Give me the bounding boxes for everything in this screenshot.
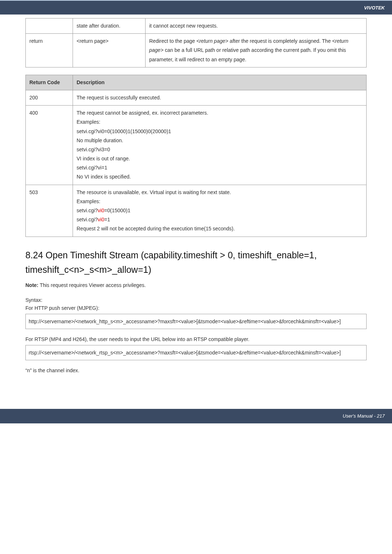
cell-code-200: 200: [26, 90, 73, 105]
desc-line: setvi.cgi?vi0=0(10000)1(15000)0(20000)1: [77, 127, 363, 136]
http-code-box: http://<servername>/<network_http_s<m>_a…: [25, 314, 367, 329]
cell-return-label: return: [26, 34, 73, 67]
channel-note: “n” is the channel index.: [25, 368, 367, 373]
text-span: setvi.cgi?: [77, 208, 98, 213]
cell-code-400: 400: [26, 106, 73, 185]
parameters-table: state after duration. it cannot accept n…: [25, 18, 367, 67]
desc-line: No multiple duration.: [77, 136, 363, 145]
return-code-table: Return Code Description 200 The request …: [25, 75, 367, 237]
desc-line: setvi.cgi?vi0=0(15000)1: [77, 206, 363, 215]
cell-desc-200: The request is successfully executed.: [73, 90, 367, 105]
text-span: setvi.cgi?: [77, 217, 98, 222]
desc-line: Request 2 will not be accepted during th…: [77, 224, 363, 233]
col-header-desc: Description: [73, 75, 367, 90]
table-header-row: Return Code Description: [26, 75, 367, 90]
note-text: This request requires Viewer access priv…: [38, 282, 146, 288]
text-span: Redirect to the page: [149, 38, 196, 44]
desc-line: Examples:: [77, 118, 363, 127]
desc-line: setvi.cgi?vi=1: [77, 163, 363, 172]
cell-code-503: 503: [26, 185, 73, 237]
text-span: after the request is completely assigned…: [228, 38, 332, 44]
italic-span: <return page>: [196, 38, 228, 44]
brand-label: VIVOTEK: [364, 5, 385, 11]
cell-desc-503: The resource is unavailable, ex. Virtual…: [73, 185, 367, 237]
note-paragraph: Note: This request requires Viewer acces…: [25, 282, 367, 288]
table-row: return <return page> Redirect to the pag…: [26, 34, 367, 67]
desc-line: The request cannot be assigned, ex. inco…: [77, 108, 363, 118]
cell-return-desc: Redirect to the page <return page> after…: [146, 34, 367, 67]
text-span: can be a full URL path or relative path …: [149, 47, 346, 62]
text-span: =0(15000)1: [104, 208, 130, 213]
red-span: vi0: [98, 217, 104, 222]
cell-cannot-accept: it cannot accept new requests.: [146, 19, 367, 34]
section-heading: 8.24 Open Timeshift Stream (capability.t…: [25, 248, 367, 277]
desc-line: setvi.cgi?vi0=1: [77, 215, 363, 224]
table-row: 503 The resource is unavailable, ex. Vir…: [26, 185, 367, 237]
syntax-label: Syntax:: [25, 297, 367, 303]
col-header-code: Return Code: [26, 75, 73, 90]
cell-desc-400: The request cannot be assigned, ex. inco…: [73, 106, 367, 185]
text-span: =1: [104, 217, 110, 222]
note-label: Note:: [25, 282, 38, 288]
desc-line: setvi.cgi?vi3=0: [77, 145, 363, 154]
cell-empty: [26, 19, 73, 34]
table-row: 200 The request is successfully executed…: [26, 90, 367, 105]
table-row: state after duration. it cannot accept n…: [26, 19, 367, 34]
footer-text: User's Manual - 217: [343, 413, 385, 419]
cell-state: state after duration.: [73, 19, 146, 34]
cell-return-page: <return page>: [73, 34, 146, 67]
desc-line: The resource is unavailable, ex. Virtual…: [77, 188, 363, 197]
rtsp-label: For RTSP (MP4 and H264), the user needs …: [25, 336, 367, 342]
desc-line: VI index is out of range.: [77, 154, 363, 163]
red-span: vi0: [98, 208, 104, 213]
page-footer: User's Manual - 217: [0, 409, 392, 423]
desc-line: Examples:: [77, 197, 363, 206]
page-header: VIVOTEK: [0, 0, 392, 15]
page-content: state after duration. it cannot accept n…: [0, 15, 392, 383]
desc-line: No VI index is specified.: [77, 172, 363, 181]
rtsp-code-box: rtsp://<servername>/<network_rtsp_s<m>_a…: [25, 345, 367, 360]
table-row: 400 The request cannot be assigned, ex. …: [26, 106, 367, 185]
http-label: For HTTP push server (MJPEG):: [25, 305, 367, 311]
